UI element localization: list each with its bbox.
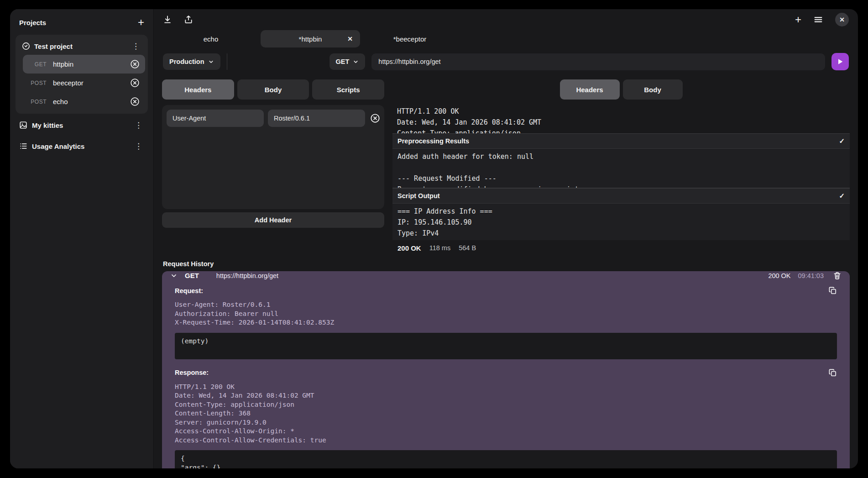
window-close-button[interactable]: ✕ (835, 13, 849, 26)
method-label: GET (336, 58, 350, 65)
tab-request-body[interactable]: Body (237, 79, 309, 100)
project-group: Test project ⋮ GET httpbin POST beecepto… (16, 35, 148, 114)
import-button[interactable] (163, 15, 172, 24)
status-code: 200 OK (397, 244, 421, 252)
history-entry-body: Request: User-Agent: Roster/0.6.1 Author… (162, 280, 850, 468)
tab-beeceptor[interactable]: *beeceptor (360, 30, 460, 47)
header-key-input[interactable] (167, 110, 264, 127)
main-area: + ✕ echo *httpbin ✕ *beeceptor Produc (154, 9, 858, 468)
play-icon (837, 58, 844, 65)
add-header-button[interactable]: Add Header (162, 212, 384, 228)
export-button[interactable] (184, 15, 193, 24)
request-response-panels: Headers Body Scripts Add Header (154, 75, 858, 256)
request-history-title: Request History (163, 260, 850, 268)
history-line: HTTP/1.1 200 OK (175, 383, 837, 392)
preprocessing-title: Preprocessing Results (397, 137, 469, 145)
console-line: IP: 195.146.105.90 (397, 217, 845, 228)
request-name: beeceptor (53, 79, 123, 87)
tab-response-body[interactable]: Body (623, 79, 683, 100)
sidebar-item-my-kitties[interactable]: My kitties ⋮ (16, 116, 148, 135)
new-tab-button[interactable]: + (795, 14, 801, 25)
request-method-badge: GET (27, 61, 47, 68)
url-input[interactable] (371, 53, 825, 70)
request-method-badge: POST (27, 99, 47, 105)
trash-icon (833, 271, 842, 280)
history-line: Date: Wed, 14 Jan 2026 08:41:02 GMT (175, 391, 837, 400)
collection-name: Usage Analytics (32, 142, 128, 150)
script-output-title: Script Output (397, 192, 440, 200)
divider (227, 53, 227, 70)
history-url: https://httpbin.org/get (216, 272, 761, 279)
add-project-button[interactable]: + (138, 17, 144, 28)
response-viewer-tabs: Headers Body (392, 79, 850, 100)
close-icon: ✕ (839, 16, 845, 23)
project-menu-kebab-icon[interactable]: ⋮ (130, 42, 141, 50)
collection-menu-kebab-icon[interactable]: ⋮ (133, 121, 144, 129)
console-line: --- Request Modified --- (397, 173, 845, 184)
status-time: 118 ms (429, 244, 450, 252)
sidebar-request-beeceptor[interactable]: POST beeceptor (23, 74, 145, 92)
remove-request-button[interactable] (130, 59, 140, 69)
tab-label: echo (204, 35, 219, 43)
history-request-body: (empty) (175, 333, 837, 359)
header-value-input[interactable] (268, 110, 365, 127)
environment-dropdown[interactable]: Production (163, 53, 220, 70)
request-editor: Headers Body Scripts Add Header (162, 79, 384, 256)
chevron-down-icon[interactable] (170, 272, 178, 279)
projects-title: Projects (19, 19, 46, 26)
image-icon (19, 121, 27, 129)
chevron-down-icon (208, 59, 214, 65)
history-line: Server: gunicorn/19.9.0 (175, 418, 837, 427)
console-line: === IP Address Info === (397, 206, 845, 217)
response-console: HTTP/1.1 200 OK Date: Wed, 14 Jan 2026 0… (392, 105, 850, 256)
project-header[interactable]: Test project ⋮ (18, 37, 145, 55)
document-tabs: echo *httpbin ✕ *beeceptor (154, 30, 858, 48)
response-header-line: HTTP/1.1 200 OK (397, 106, 845, 117)
tab-httpbin[interactable]: *httpbin ✕ (261, 30, 360, 47)
copy-response-button[interactable] (828, 368, 837, 377)
header-row (167, 110, 380, 127)
script-output-panel-header[interactable]: Script Output ✓ (392, 188, 850, 204)
tab-request-scripts[interactable]: Scripts (312, 79, 384, 100)
preprocessing-panel-header[interactable]: Preprocessing Results ✓ (392, 133, 850, 149)
delete-history-button[interactable] (833, 271, 842, 280)
history-entry-header[interactable]: GET https://httpbin.org/get 200 OK 09:41… (162, 271, 850, 280)
history-line: X-Request-Time: 2026-01-14T08:41:02.853Z (175, 318, 837, 327)
history-response-headers: HTTP/1.1 200 OK Date: Wed, 14 Jan 2026 0… (175, 383, 837, 445)
console-line: Request was modified by preprocessing sc… (397, 184, 845, 188)
sidebar-item-usage-analytics[interactable]: Usage Analytics ⋮ (16, 137, 148, 156)
tab-request-headers[interactable]: Headers (162, 79, 234, 100)
method-dropdown[interactable]: GET (329, 53, 366, 70)
tab-echo[interactable]: echo (161, 30, 261, 47)
send-request-button[interactable] (831, 53, 849, 70)
tab-response-headers[interactable]: Headers (560, 79, 620, 100)
plus-icon: + (138, 17, 144, 28)
response-header-lines: HTTP/1.1 200 OK Date: Wed, 14 Jan 2026 0… (392, 105, 850, 133)
console-line: Added auth header for token: null (397, 151, 845, 162)
preprocessing-output: Added auth header for token: null --- Re… (392, 149, 850, 188)
json-line: "args": {}, (181, 463, 831, 469)
history-line: Access-Control-Allow-Origin: * (175, 427, 837, 436)
sidebar-request-echo[interactable]: POST echo (23, 92, 145, 111)
sidebar-request-httpbin[interactable]: GET httpbin (23, 55, 145, 74)
remove-header-button[interactable] (370, 113, 380, 123)
history-request-headers: User-Agent: Roster/0.6.1 Authorization: … (175, 300, 837, 327)
request-bar: Production GET (154, 48, 858, 75)
list-icon (19, 142, 27, 150)
tab-label: *httpbin (299, 35, 322, 43)
check-icon: ✓ (839, 192, 845, 200)
remove-request-button[interactable] (130, 97, 140, 106)
request-history-section: Request History GET https://httpbin.org/… (154, 256, 858, 468)
tab-label: *beeceptor (393, 35, 427, 43)
copy-request-button[interactable] (828, 286, 837, 295)
circle-x-icon (130, 97, 140, 106)
response-header-line: Date: Wed, 14 Jan 2026 08:41:02 GMT (397, 117, 845, 128)
collection-name: My kitties (32, 121, 128, 129)
collection-menu-kebab-icon[interactable]: ⋮ (133, 142, 144, 150)
menu-button[interactable] (813, 15, 823, 25)
chevron-down-icon (353, 59, 359, 65)
history-time: 09:41:03 (798, 272, 824, 279)
copy-icon (828, 368, 837, 377)
tab-close-icon[interactable]: ✕ (347, 35, 353, 42)
remove-request-button[interactable] (130, 78, 140, 88)
